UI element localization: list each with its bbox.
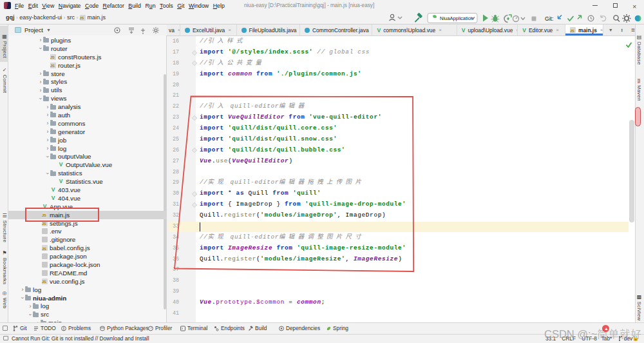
svg-text:NiuaApplication: NiuaApplication xyxy=(440,15,473,21)
svg-text:Git:: Git: xyxy=(545,15,553,22)
